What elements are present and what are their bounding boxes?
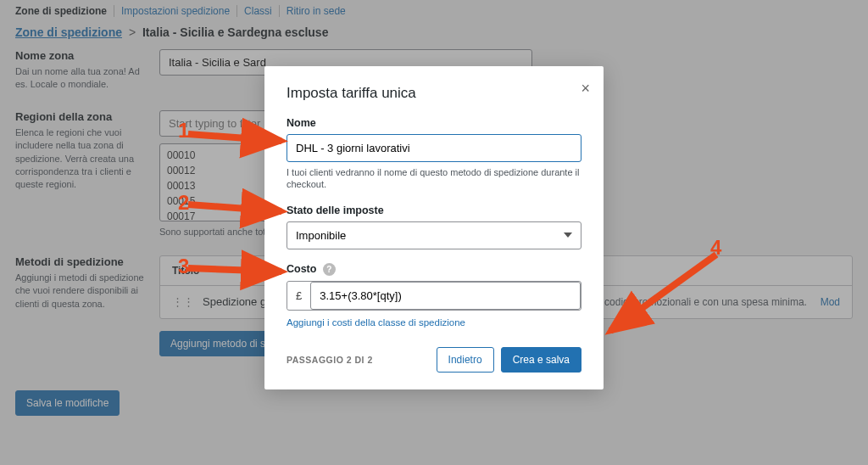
cost-label: Costo bbox=[287, 263, 316, 275]
add-class-costs-link[interactable]: Aggiungi i costi della classe di spedizi… bbox=[287, 317, 465, 328]
cost-input[interactable] bbox=[310, 282, 581, 310]
currency-symbol: £ bbox=[287, 283, 310, 309]
svg-line-1 bbox=[188, 204, 281, 211]
tax-status-label: Stato delle imposte bbox=[287, 204, 581, 216]
svg-line-3 bbox=[610, 255, 716, 331]
method-name-help: I tuoi clienti vedranno il nome di quest… bbox=[287, 166, 581, 191]
svg-line-2 bbox=[188, 268, 281, 272]
method-name-label: Nome bbox=[287, 117, 581, 129]
svg-line-0 bbox=[188, 134, 281, 141]
create-save-button[interactable]: Crea e salva bbox=[501, 347, 581, 373]
close-icon[interactable]: × bbox=[581, 80, 590, 98]
tax-status-select[interactable]: Imponibile bbox=[287, 221, 581, 249]
modal-title: Imposta tariffa unica bbox=[287, 85, 581, 102]
help-icon[interactable]: ? bbox=[323, 263, 336, 276]
method-name-input[interactable] bbox=[287, 134, 581, 162]
back-button[interactable]: Indietro bbox=[437, 347, 494, 373]
flat-rate-modal: × Imposta tariffa unica Nome I tuoi clie… bbox=[264, 66, 604, 389]
step-indicator: PASSAGGIO 2 DI 2 bbox=[287, 355, 373, 365]
